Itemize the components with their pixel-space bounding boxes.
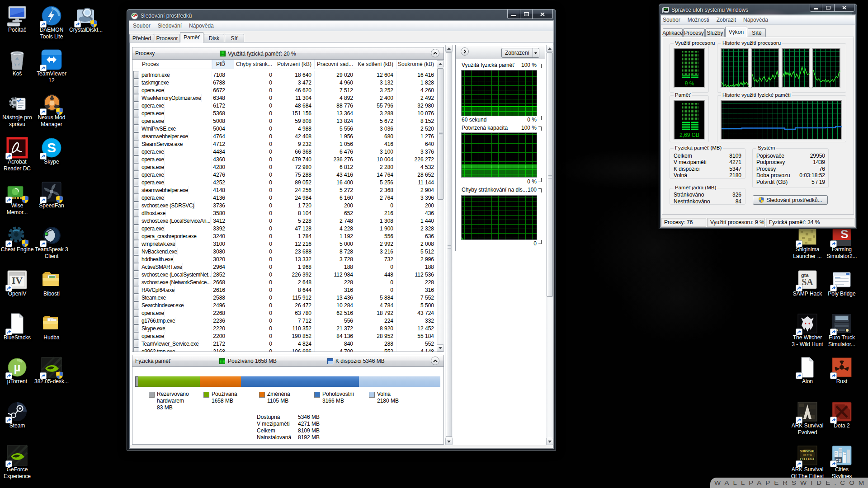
svg-text:S: S xyxy=(47,140,56,155)
svg-text:µ: µ xyxy=(14,361,21,374)
svg-text:SURVIVAL: SURVIVAL xyxy=(800,450,816,453)
svg-text:IV: IV xyxy=(12,275,23,286)
svg-text:OF THE: OF THE xyxy=(803,454,812,456)
svg-text:SA: SA xyxy=(802,277,813,287)
svg-text:S: S xyxy=(840,227,848,241)
